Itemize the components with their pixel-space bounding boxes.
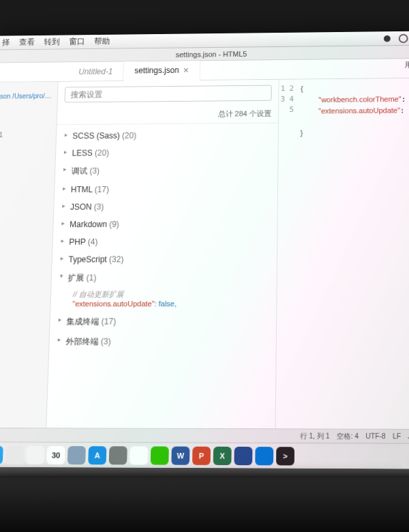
laptop-keyboard (0, 477, 409, 532)
tree-item[interactable]: HTML (17) (61, 180, 277, 198)
dock-photoaff-icon[interactable] (234, 446, 252, 464)
tree-item[interactable]: LESS (20) (62, 143, 277, 162)
tree-item[interactable]: SCSS (Sass) (20) (63, 125, 278, 145)
close-icon[interactable]: ✕ (183, 66, 189, 75)
tree-count: (1) (87, 273, 97, 282)
dock-terminal-icon[interactable]: > (276, 447, 294, 465)
dock-safari-icon[interactable] (5, 445, 24, 464)
status-cursor[interactable]: 行 1, 列 1 (300, 431, 330, 441)
tree-count: (3) (89, 166, 100, 176)
dock-launchpad-icon[interactable] (67, 446, 86, 464)
status-eol[interactable]: LF (393, 432, 401, 441)
dock-ppt-icon[interactable]: P (192, 446, 211, 464)
settings-panel: 总计 284 个设置 SCSS (Sass) (20)LESS (20)调试 (… (46, 80, 278, 428)
settings-tree[interactable]: SCSS (Sass) (20)LESS (20)调试 (3)HTML (17)… (46, 123, 278, 429)
line-gutter: 1 2 3 4 5 (276, 80, 299, 429)
dock-appstore-icon[interactable]: A (88, 446, 106, 464)
json-editor[interactable]: 用户设 1 2 3 4 5 { "workbench.colorTheme": … (275, 78, 409, 429)
tab-untitled[interactable]: Untitled-1 (67, 61, 124, 80)
tree-label: HTML (71, 185, 93, 194)
menubar-status-icon[interactable] (382, 33, 392, 43)
tree-label: 外部终端 (65, 337, 98, 346)
status-bar: 行 1, 列 1 空格: 4 UTF-8 LF JSON (0, 428, 409, 443)
status-indent[interactable]: 空格: 4 (337, 431, 359, 441)
tree-label: 集成终端 (66, 316, 99, 326)
tree-count: (17) (102, 316, 117, 326)
tree-count: (32) (109, 254, 124, 264)
tree-label: LESS (72, 149, 93, 158)
dock-finder-icon[interactable] (0, 445, 3, 464)
tree-item[interactable]: PHP (4) (59, 233, 277, 251)
tree-item[interactable]: 集成终端 (17) (57, 312, 276, 332)
menu-item[interactable]: 帮助 (94, 36, 110, 47)
tree-snippet: // 自动更新扩展"extensions.autoUpdate": false, (57, 288, 277, 312)
settings-count: 总计 284 个设置 (218, 109, 272, 117)
tree-label: TypeScript (68, 254, 107, 264)
tree-item[interactable]: 扩展 (1) (58, 268, 277, 289)
tree-label: SCSS (Sass) (72, 131, 120, 141)
tree-count: (20) (122, 131, 136, 141)
tree-count: (9) (109, 220, 119, 229)
sidebar-open-file[interactable]: json /Users/pro/Li... (0, 89, 57, 102)
svg-point-0 (384, 35, 391, 42)
tree-label: JSON (70, 203, 92, 212)
dock-chrome-icon[interactable] (26, 445, 44, 464)
code-area[interactable]: { "workbench.colorTheme": "extensions.au… (295, 78, 409, 429)
dock-vscode-icon[interactable] (255, 447, 273, 465)
tree-count: (17) (95, 185, 109, 194)
status-encoding[interactable]: UTF-8 (365, 432, 385, 441)
settings-scope-tab[interactable]: 用户设 (405, 60, 409, 70)
menu-item[interactable]: 择 (2, 37, 10, 48)
window-title: settings.json - HTML5 (176, 50, 247, 59)
menu-item[interactable]: 窗口 (69, 36, 85, 47)
tree-item[interactable]: JSON (3) (61, 197, 277, 216)
dock-wechat-icon[interactable] (151, 446, 169, 464)
sidebar-item[interactable]: -1 (0, 128, 56, 141)
menubar-cc-icon[interactable] (399, 33, 408, 43)
tree-count: (3) (94, 202, 104, 211)
tree-count: (3) (101, 337, 111, 346)
menu-item[interactable]: 查看 (19, 37, 35, 48)
dock-excel-icon[interactable]: X (213, 446, 232, 464)
tree-label: PHP (69, 237, 86, 247)
mac-dock: 30AWPX> (0, 441, 409, 469)
tree-item[interactable]: 外部终端 (3) (56, 331, 276, 352)
menu-item[interactable]: 转到 (44, 37, 60, 48)
tree-item[interactable]: 调试 (3) (62, 160, 278, 181)
dock-word-icon[interactable]: W (171, 446, 190, 464)
tree-label: 调试 (72, 166, 88, 176)
screen: 择 查看 转到 窗口 帮助 settings.json - HTML5 Unti… (0, 31, 409, 469)
tab-settings-json[interactable]: settings.json ✕ (123, 61, 200, 81)
tree-count: (4) (88, 237, 98, 247)
tree-label: Markdown (70, 220, 107, 229)
search-input[interactable] (64, 85, 271, 103)
tab-label: settings.json (134, 65, 179, 75)
tab-label: Untitled-1 (78, 67, 112, 76)
tree-item[interactable]: TypeScript (32) (59, 250, 277, 269)
dock-calendar-icon[interactable]: 30 (46, 445, 65, 464)
svg-point-1 (399, 34, 408, 42)
tree-count: (20) (95, 148, 109, 158)
dock-sysprefs-icon[interactable] (109, 446, 127, 464)
tree-label: 扩展 (67, 273, 84, 282)
tree-item[interactable]: Markdown (9) (60, 215, 277, 233)
dock-qq-icon[interactable] (130, 446, 148, 464)
